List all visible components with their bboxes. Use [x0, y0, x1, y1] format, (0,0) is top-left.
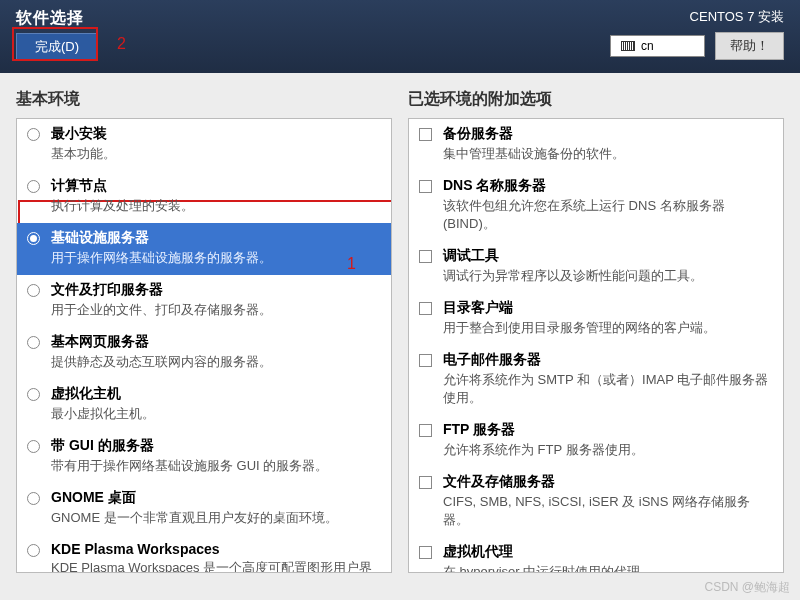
environment-option[interactable]: KDE Plasma WorkspacesKDE Plasma Workspac…	[17, 535, 391, 573]
annotation-label-1: 1	[347, 255, 356, 273]
option-title: 目录客户端	[443, 299, 773, 317]
addon-option[interactable]: 备份服务器集中管理基础设施备份的软件。	[409, 119, 783, 171]
addons-column: 已选环境的附加选项 备份服务器集中管理基础设施备份的软件。DNS 名称服务器该软…	[408, 89, 784, 573]
option-title: 电子邮件服务器	[443, 351, 773, 369]
option-title: 计算节点	[51, 177, 381, 195]
environment-option[interactable]: GNOME 桌面GNOME 是一个非常直观且用户友好的桌面环境。	[17, 483, 391, 535]
option-title: 虚拟化主机	[51, 385, 381, 403]
option-desc: 用于整合到使用目录服务管理的网络的客户端。	[443, 319, 773, 337]
option-title: 备份服务器	[443, 125, 773, 143]
keyboard-icon	[621, 41, 635, 51]
option-desc: 该软件包组允许您在系统上运行 DNS 名称服务器(BIND)。	[443, 197, 773, 233]
header: 软件选择 完成(D) CENTOS 7 安装 cn 帮助！ 2	[0, 0, 800, 73]
option-desc: 允许将系统作为 SMTP 和（或者）IMAP 电子邮件服务器使用。	[443, 371, 773, 407]
addons-list[interactable]: 备份服务器集中管理基础设施备份的软件。DNS 名称服务器该软件包组允许您在系统上…	[408, 118, 784, 573]
watermark: CSDN @鲍海超	[704, 579, 790, 596]
environment-option[interactable]: 文件及打印服务器用于企业的文件、打印及存储服务器。	[17, 275, 391, 327]
option-desc: KDE Plasma Workspaces 是一个高度可配置图形用户界面，其中包…	[51, 559, 381, 573]
option-title: 基本网页服务器	[51, 333, 381, 351]
base-environment-title: 基本环境	[16, 89, 392, 110]
environment-option[interactable]: 基础设施服务器用于操作网络基础设施服务的服务器。	[17, 223, 391, 275]
checkbox-icon	[419, 180, 432, 193]
checkbox-icon	[419, 128, 432, 141]
checkbox-icon	[419, 354, 432, 367]
option-title: DNS 名称服务器	[443, 177, 773, 195]
addon-option[interactable]: 文件及存储服务器CIFS, SMB, NFS, iSCSI, iSER 及 iS…	[409, 467, 783, 537]
checkbox-icon	[419, 424, 432, 437]
option-desc: GNOME 是一个非常直观且用户友好的桌面环境。	[51, 509, 381, 527]
done-button[interactable]: 完成(D)	[16, 33, 98, 61]
radio-icon	[27, 492, 40, 505]
environment-option[interactable]: 计算节点执行计算及处理的安装。	[17, 171, 391, 223]
addon-option[interactable]: 目录客户端用于整合到使用目录服务管理的网络的客户端。	[409, 293, 783, 345]
radio-icon	[27, 284, 40, 297]
environment-option[interactable]: 基本网页服务器提供静态及动态互联网内容的服务器。	[17, 327, 391, 379]
option-desc: 带有用于操作网络基础设施服务 GUI 的服务器。	[51, 457, 381, 475]
radio-icon	[27, 388, 40, 401]
environment-option[interactable]: 最小安装基本功能。	[17, 119, 391, 171]
addon-option[interactable]: 电子邮件服务器允许将系统作为 SMTP 和（或者）IMAP 电子邮件服务器使用。	[409, 345, 783, 415]
radio-icon	[27, 232, 40, 245]
option-title: 最小安装	[51, 125, 381, 143]
keyboard-layout-label: cn	[641, 39, 654, 53]
option-desc: 提供静态及动态互联网内容的服务器。	[51, 353, 381, 371]
addon-option[interactable]: FTP 服务器允许将系统作为 FTP 服务器使用。	[409, 415, 783, 467]
base-environment-column: 基本环境 最小安装基本功能。计算节点执行计算及处理的安装。基础设施服务器用于操作…	[16, 89, 392, 573]
option-title: FTP 服务器	[443, 421, 773, 439]
checkbox-icon	[419, 302, 432, 315]
radio-icon	[27, 440, 40, 453]
checkbox-icon	[419, 476, 432, 489]
option-title: KDE Plasma Workspaces	[51, 541, 381, 557]
option-title: 文件及打印服务器	[51, 281, 381, 299]
option-desc: CIFS, SMB, NFS, iSCSI, iSER 及 iSNS 网络存储服…	[443, 493, 773, 529]
installer-title: CENTOS 7 安装	[610, 8, 784, 26]
environment-option[interactable]: 虚拟化主机最小虚拟化主机。	[17, 379, 391, 431]
option-desc: 最小虚拟化主机。	[51, 405, 381, 423]
radio-icon	[27, 544, 40, 557]
option-desc: 用于操作网络基础设施服务的服务器。	[51, 249, 381, 267]
option-desc: 在 hypervisor 中运行时使用的代理。	[443, 563, 773, 573]
option-title: 文件及存储服务器	[443, 473, 773, 491]
option-desc: 调试行为异常程序以及诊断性能问题的工具。	[443, 267, 773, 285]
addon-option[interactable]: DNS 名称服务器该软件包组允许您在系统上运行 DNS 名称服务器(BIND)。	[409, 171, 783, 241]
radio-icon	[27, 180, 40, 193]
addon-option[interactable]: 虚拟机代理在 hypervisor 中运行时使用的代理。	[409, 537, 783, 573]
option-title: 虚拟机代理	[443, 543, 773, 561]
option-desc: 允许将系统作为 FTP 服务器使用。	[443, 441, 773, 459]
radio-icon	[27, 336, 40, 349]
option-title: GNOME 桌面	[51, 489, 381, 507]
option-desc: 集中管理基础设施备份的软件。	[443, 145, 773, 163]
addons-title: 已选环境的附加选项	[408, 89, 784, 110]
environment-option[interactable]: 带 GUI 的服务器带有用于操作网络基础设施服务 GUI 的服务器。	[17, 431, 391, 483]
checkbox-icon	[419, 250, 432, 263]
main-content: 基本环境 最小安装基本功能。计算节点执行计算及处理的安装。基础设施服务器用于操作…	[0, 73, 800, 573]
option-title: 带 GUI 的服务器	[51, 437, 381, 455]
option-desc: 执行计算及处理的安装。	[51, 197, 381, 215]
help-button[interactable]: 帮助！	[715, 32, 784, 60]
base-environment-list[interactable]: 最小安装基本功能。计算节点执行计算及处理的安装。基础设施服务器用于操作网络基础设…	[16, 118, 392, 573]
option-desc: 基本功能。	[51, 145, 381, 163]
page-title: 软件选择	[16, 8, 98, 29]
checkbox-icon	[419, 546, 432, 559]
option-title: 基础设施服务器	[51, 229, 381, 247]
keyboard-layout-indicator[interactable]: cn	[610, 35, 705, 57]
radio-icon	[27, 128, 40, 141]
addon-option[interactable]: 调试工具调试行为异常程序以及诊断性能问题的工具。	[409, 241, 783, 293]
annotation-label-2: 2	[117, 35, 126, 53]
option-desc: 用于企业的文件、打印及存储服务器。	[51, 301, 381, 319]
option-title: 调试工具	[443, 247, 773, 265]
